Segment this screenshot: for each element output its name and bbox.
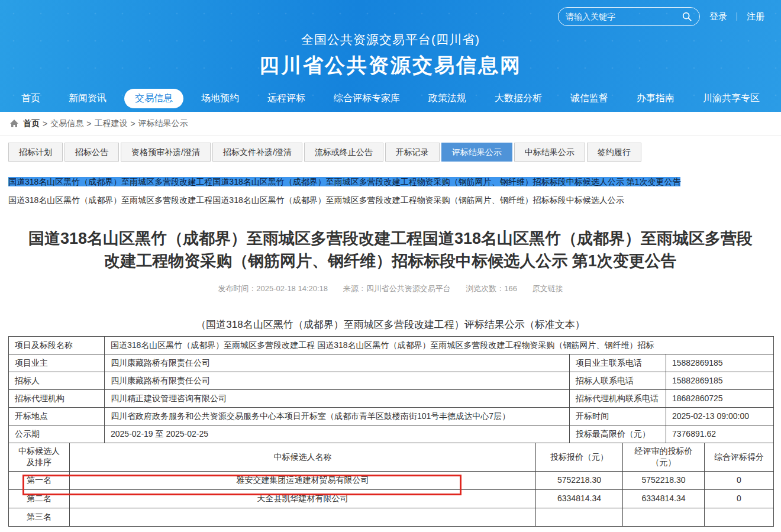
page: 登录 注册 全国公共资源交易平台(四川省) 四川省公共资源交易信息网 首页 新闻…	[0, 0, 781, 527]
main-nav: 首页 新闻资讯 交易信息 场地预约 远程评标 综合评标专家库 政策法规 大数据分…	[0, 85, 781, 112]
doc-link-selected-text: 国道318名山区黑竹（成都界）至雨城区多营段改建工程国道318名山区黑竹（成都界…	[8, 177, 680, 186]
max-price-value: 7376891.62	[666, 425, 774, 443]
auth-divider	[737, 12, 737, 21]
search-icon[interactable]	[682, 11, 692, 22]
breadcrumb-engineering[interactable]: 工程建设	[94, 118, 127, 129]
nav-big-data[interactable]: 大数据分析	[484, 89, 553, 108]
tab-award-result[interactable]: 中标结果公示	[514, 143, 585, 162]
candidate-reviewed-cell	[623, 508, 705, 526]
nav-guide[interactable]: 办事指南	[626, 89, 685, 108]
candidate-rank-cell: 第三名	[9, 508, 70, 526]
candidate-score-cell: 0	[705, 489, 774, 508]
candidate-row-2: 第二名 天全县凯华建材有限公司 6334814.34 6334814.34 0	[9, 489, 774, 508]
candidate-row-3: 第三名	[9, 508, 774, 526]
breadcrumb-separator: >	[86, 119, 91, 128]
source-value: 四川省公共资源交易平台	[366, 284, 451, 293]
table-row: 开标地点 四川省政府政务服务和公共资源交易服务中心本项目开标室（成都市青羊区鼓楼…	[9, 407, 774, 425]
nav-trading-info[interactable]: 交易信息	[124, 89, 183, 108]
publicity-label: 公示期	[9, 425, 105, 443]
bidder-label: 招标人	[9, 372, 105, 389]
nav-expert-database[interactable]: 综合评标专家库	[323, 89, 411, 108]
venue-label: 开标地点	[9, 407, 105, 425]
owner-phone-label: 项目业主联系电话	[570, 354, 666, 372]
breadcrumb-separator: >	[130, 119, 135, 128]
candidate-bid-cell	[536, 508, 623, 526]
breadcrumb: 首页> 交易信息> 工程建设> 评标结果公示	[0, 112, 781, 136]
breadcrumb-evaluation-result[interactable]: 评标结果公示	[138, 118, 188, 129]
candidate-name-cell: 天全县凯华建材有限公司	[70, 489, 536, 508]
breadcrumb-home[interactable]: 首页	[23, 118, 40, 129]
tab-evaluation-result[interactable]: 评标结果公示	[441, 143, 512, 162]
project-name-value: 国道318名山区黑竹（成都界）至雨城区多营段改建工程 国道318名山区黑竹（成都…	[105, 336, 774, 354]
publish-time-value: 2025-02-18 14:20:18	[256, 284, 328, 293]
candidate-reviewed-cell: 5752218.30	[623, 471, 705, 489]
nav-policies[interactable]: 政策法规	[418, 89, 477, 108]
candidate-score-cell	[705, 508, 774, 526]
candidates-header-row: 中标候选人及排序 中标候选人名称 投标报价（元） 经评审的投标价（元） 综合评标…	[9, 443, 774, 471]
view-count-label: 浏览次数：	[466, 284, 504, 293]
publicity-value: 2025-02-19 至 2025-02-25	[105, 425, 570, 443]
owner-phone-value: 15882869185	[666, 354, 774, 372]
breadcrumb-trading-info[interactable]: 交易信息	[50, 118, 83, 129]
owner-value: 四川康藏路桥有限责任公司	[105, 354, 570, 372]
nav-home[interactable]: 首页	[11, 89, 51, 108]
home-icon	[9, 119, 19, 128]
agency-value: 四川精正建设管理咨询有限公司	[105, 389, 570, 407]
candidate-rank-cell: 第一名	[9, 471, 70, 489]
header-name: 中标候选人名称	[70, 443, 536, 471]
tab-contract-performance[interactable]: 签约履行	[587, 143, 641, 162]
doc-link-plain[interactable]: 国道318名山区黑竹（成都界）至雨城区多营段改建工程国道318名山区黑竹（成都界…	[8, 194, 773, 207]
doc-link-selected[interactable]: 国道318名山区黑竹（成都界）至雨城区多营段改建工程国道318名山区黑竹（成都界…	[8, 176, 773, 188]
search-box	[558, 7, 700, 26]
article-meta: 发布时间：2025-02-18 14:20:18 来源：四川省公共资源交易平台 …	[0, 283, 781, 294]
bidder-phone-value: 15882869185	[666, 372, 774, 389]
result-tables: 项目及标段名称 国道318名山区黑竹（成都界）至雨城区多营段改建工程 国道318…	[8, 336, 773, 527]
header-score: 综合评标得分	[705, 443, 774, 471]
tab-bid-opening-record[interactable]: 开标记录	[385, 143, 440, 162]
bidder-phone-label: 招标人联系电话	[570, 372, 666, 389]
source-label: 来源：	[343, 284, 366, 293]
original-link[interactable]: 原文链接	[532, 284, 563, 293]
bidder-value: 四川康藏路桥有限责任公司	[105, 372, 570, 389]
max-price-label: 投标最高限价（元）	[570, 425, 666, 443]
header-bid: 投标报价（元）	[536, 443, 623, 471]
page-title: 国道318名山区黑竹（成都界）至雨城区多营段改建工程国道318名山区黑竹（成都界…	[24, 228, 757, 273]
tab-bidding-plan[interactable]: 招标计划	[8, 143, 63, 162]
tab-failed-or-terminated[interactable]: 流标或终止公告	[304, 143, 383, 162]
breadcrumb-separator: >	[43, 119, 47, 128]
agency-label: 招标代理机构	[9, 389, 105, 407]
header-top: 登录 注册	[0, 6, 781, 26]
venue-value: 四川省政府政务服务和公共资源交易服务中心本项目开标室（成都市青羊区鼓楼南街101…	[105, 407, 570, 425]
publish-time-label: 发布时间：	[218, 284, 256, 293]
candidate-bid-cell: 5752218.30	[536, 471, 623, 489]
view-count-value: 166	[504, 284, 517, 293]
nav-venue-booking[interactable]: 场地预约	[191, 89, 250, 108]
platform-title: 全国公共资源交易平台(四川省)	[0, 31, 781, 48]
table-row: 招标代理机构 四川精正建设管理咨询有限公司 招标代理机构联系电话 1868286…	[9, 389, 774, 407]
tab-prequalification-addendum[interactable]: 资格预审补遗/澄清	[121, 143, 211, 162]
nav-remote-evaluation[interactable]: 远程评标	[257, 89, 316, 108]
register-link[interactable]: 注册	[747, 11, 764, 22]
login-link[interactable]: 登录	[709, 11, 727, 22]
candidate-bid-cell: 6334814.34	[536, 489, 623, 508]
publish-time: 发布时间：2025-02-18 14:20:18	[218, 284, 328, 293]
candidate-name-cell: 雅安交建集团运通建材贸易有限公司	[70, 471, 536, 489]
nav-news[interactable]: 新闻资讯	[58, 89, 117, 108]
candidates-table: 中标候选人及排序 中标候选人名称 投标报价（元） 经评审的投标价（元） 综合评标…	[8, 443, 774, 527]
candidate-score-cell: 0	[705, 471, 774, 489]
candidate-row-1: 第一名 雅安交建集团运通建材贸易有限公司 5752218.30 5752218.…	[9, 471, 774, 489]
nav-integrity-supervision[interactable]: 诚信监督	[560, 89, 619, 108]
open-time-label: 开标时间	[570, 407, 666, 425]
table-row: 公示期 2025-02-19 至 2025-02-25 投标最高限价（元） 73…	[9, 425, 774, 443]
search-input[interactable]	[566, 12, 682, 21]
header-rank: 中标候选人及排序	[9, 443, 70, 471]
project-name-label: 项目及标段名称	[9, 336, 105, 354]
tab-bidding-announcement[interactable]: 招标公告	[64, 143, 119, 162]
document-links: 国道318名山区黑竹（成都界）至雨城区多营段改建工程国道318名山区黑竹（成都界…	[0, 162, 781, 207]
candidate-rank-cell: 第二名	[9, 489, 70, 508]
table-row: 招标人 四川康藏路桥有限责任公司 招标人联系电话 15882869185	[9, 372, 774, 389]
agency-phone-label: 招标代理机构联系电话	[570, 389, 666, 407]
header-reviewed: 经评审的投标价（元）	[623, 443, 705, 471]
tab-bid-document-addendum[interactable]: 招标文件补遗/澄清	[212, 143, 302, 162]
nav-sichuan-chongqing[interactable]: 川渝共享专区	[692, 89, 770, 108]
